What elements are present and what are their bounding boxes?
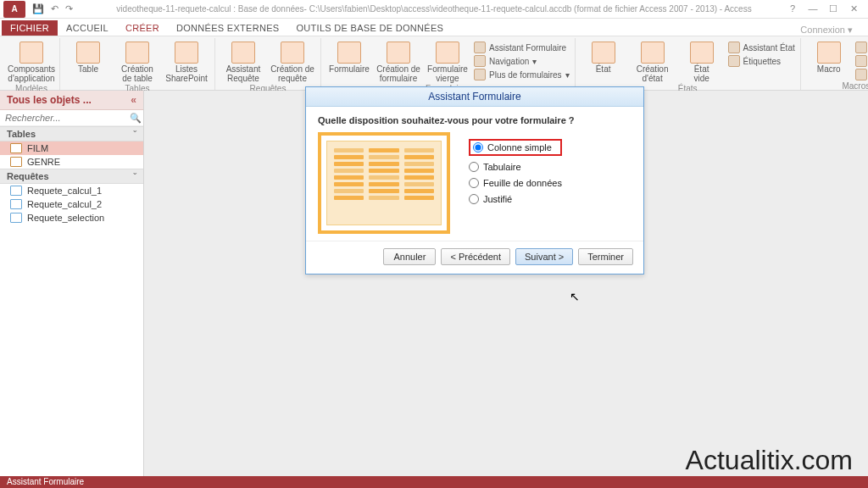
app-window: A 💾 ↶ ↷ videotheque-11-requete-calcul : … <box>0 0 868 488</box>
finish-button[interactable]: Terminer <box>578 248 633 265</box>
query-icon <box>10 213 22 223</box>
layout-options: Colonne simple Tabulaire Feuille de donn… <box>469 132 562 204</box>
form-design-button[interactable]: Création de formulaire <box>376 40 421 83</box>
chevron-down-icon: « <box>131 94 136 106</box>
form-button[interactable]: Formulaire <box>326 40 372 74</box>
visual-basic-button[interactable]: Visual Basic <box>855 69 868 80</box>
watermark: Actualitix.com <box>686 445 853 476</box>
form-wizard-dialog: Assistant Formulaire Quelle disposition … <box>305 86 644 274</box>
help-icon[interactable]: ? <box>785 3 800 14</box>
option-datasheet[interactable]: Feuille de données <box>469 178 562 188</box>
dialog-question: Quelle disposition souhaitez-vous pour v… <box>318 115 632 125</box>
app-badge-icon: A <box>3 1 25 18</box>
group-reports: État Création d'état État vide Assistant… <box>576 38 801 90</box>
ribbon-tabs: FICHIER ACCUEIL CRÉER DONNÉES EXTERNES O… <box>0 19 868 36</box>
previous-button[interactable]: < Précédent <box>441 248 510 265</box>
navigation-pane: Tous les objets ...« 🔍 Tablesˇ FILM GENR… <box>0 91 144 480</box>
tab-file[interactable]: FICHIER <box>2 20 58 36</box>
option-tabular-radio[interactable] <box>469 162 479 172</box>
undo-icon[interactable]: ↶ <box>51 3 58 14</box>
option-tabular[interactable]: Tabulaire <box>469 162 562 172</box>
app-parts-button[interactable]: Composants d'application <box>8 40 54 83</box>
cursor-icon: ↖ <box>570 290 580 303</box>
option-columnar-radio[interactable] <box>473 142 483 152</box>
navpane-item-genre[interactable]: GENRE <box>0 155 143 169</box>
search-icon[interactable]: 🔍 <box>128 113 143 124</box>
chevron-up-icon: ˇ <box>133 171 136 181</box>
redo-icon[interactable]: ↷ <box>65 3 73 14</box>
tab-external-data[interactable]: DONNÉES EXTERNES <box>168 20 288 36</box>
query-wizard-button[interactable]: Assistant Requête <box>220 40 266 83</box>
window-title: videotheque-11-requete-calcul : Base de … <box>116 4 751 14</box>
class-module-button[interactable]: Module de classe <box>855 55 868 67</box>
navigation-button[interactable]: Navigation ▾ <box>474 55 570 67</box>
close-icon[interactable]: ✕ <box>846 3 861 14</box>
dialog-title: Assistant Formulaire <box>306 87 643 107</box>
tab-db-tools[interactable]: OUTILS DE BASE DE DONNÉES <box>287 20 452 36</box>
body: Tous les objets ...« 🔍 Tablesˇ FILM GENR… <box>0 91 868 480</box>
search-input[interactable] <box>0 110 128 125</box>
more-forms-button[interactable]: Plus de formulaires ▾ <box>474 69 570 80</box>
navpane-search: 🔍 <box>0 110 143 126</box>
group-queries: Assistant Requête Création de requête Re… <box>215 38 321 90</box>
navpane-item-query2[interactable]: Requete_calcul_2 <box>0 197 143 211</box>
maximize-icon[interactable]: ☐ <box>826 3 841 14</box>
group-forms: Formulaire Création de formulaire Formul… <box>321 38 576 90</box>
next-button[interactable]: Suivant > <box>515 248 573 265</box>
module-button[interactable]: Module <box>855 42 868 53</box>
group-macros: Macro Module Module de classe Visual Bas… <box>801 38 868 90</box>
group-tables: Table Création de table Listes SharePoin… <box>60 38 215 90</box>
option-justified[interactable]: Justifié <box>469 194 562 204</box>
quick-access-toolbar: 💾 ↶ ↷ <box>32 3 73 14</box>
report-button[interactable]: État <box>581 40 626 74</box>
table-icon <box>10 157 22 167</box>
layout-preview <box>318 132 450 234</box>
chevron-up-icon: ˇ <box>133 129 136 139</box>
macro-button[interactable]: Macro <box>806 40 852 74</box>
option-justified-radio[interactable] <box>469 194 479 204</box>
status-bar: Assistant Formulaire <box>0 476 868 488</box>
query-icon <box>10 186 22 196</box>
table-design-button[interactable]: Création de table <box>114 40 160 83</box>
workspace: Assistant Formulaire Quelle disposition … <box>144 91 868 480</box>
tab-home[interactable]: ACCUEIL <box>58 20 117 36</box>
labels-button[interactable]: Étiquettes <box>728 55 795 67</box>
report-wizard-button[interactable]: Assistant État <box>728 42 795 53</box>
login-link[interactable]: Connexion ▾ <box>800 25 868 36</box>
query-design-button[interactable]: Création de requête <box>270 40 315 83</box>
report-design-button[interactable]: Création d'état <box>630 40 676 83</box>
form-wizard-button[interactable]: Assistant Formulaire <box>474 42 570 53</box>
navpane-item-query3[interactable]: Requete_selection <box>0 211 143 225</box>
dialog-buttons: Annuler < Précédent Suivant > Terminer <box>306 241 643 274</box>
navpane-section-tables[interactable]: Tablesˇ <box>0 126 143 141</box>
navpane-item-film[interactable]: FILM <box>0 141 143 155</box>
navpane-item-query1[interactable]: Requete_calcul_1 <box>0 184 143 197</box>
navpane-section-queries[interactable]: Requêtesˇ <box>0 169 143 184</box>
group-models: Composants d'application Modèles <box>3 38 60 90</box>
navpane-header[interactable]: Tous les objets ...« <box>0 91 143 110</box>
blank-report-button[interactable]: État vide <box>679 40 725 83</box>
option-columnar[interactable]: Colonne simple <box>469 139 562 156</box>
query-icon <box>10 199 22 209</box>
minimize-icon[interactable]: — <box>805 3 821 14</box>
save-icon[interactable]: 💾 <box>32 3 44 14</box>
tab-create[interactable]: CRÉER <box>117 20 168 36</box>
titlebar: A 💾 ↶ ↷ videotheque-11-requete-calcul : … <box>0 0 868 19</box>
table-icon <box>10 143 22 153</box>
option-datasheet-radio[interactable] <box>469 178 479 188</box>
ribbon: Composants d'application Modèles Table C… <box>0 36 868 91</box>
table-button[interactable]: Table <box>65 40 111 74</box>
cancel-button[interactable]: Annuler <box>383 248 436 265</box>
sharepoint-lists-button[interactable]: Listes SharePoint <box>164 40 209 83</box>
blank-form-button[interactable]: Formulaire vierge <box>425 40 470 83</box>
